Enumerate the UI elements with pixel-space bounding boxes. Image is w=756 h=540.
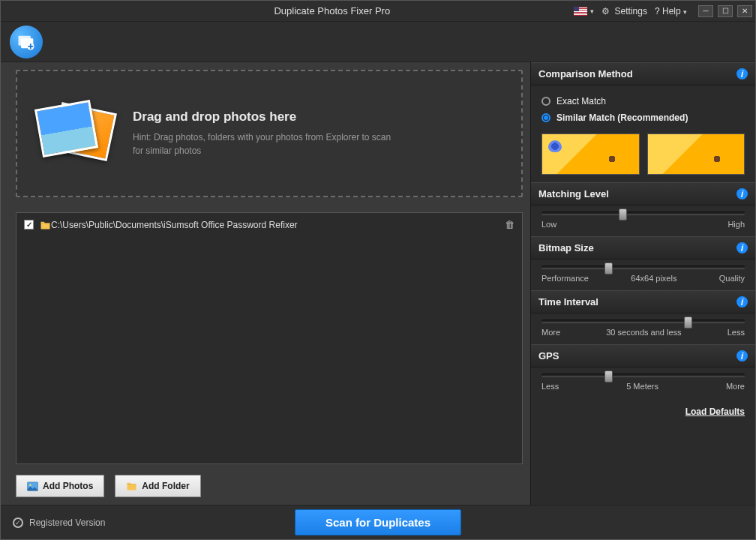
right-pane: Comparison Method i Exact Match Similar … <box>530 62 755 505</box>
settings-link[interactable]: Settings <box>613 6 650 16</box>
time-interval-slider[interactable] <box>542 320 745 323</box>
preview-images <box>542 134 745 175</box>
load-defaults-link[interactable]: Load Defaults <box>686 406 745 417</box>
dropzone-heading: Drag and drop photos here <box>133 110 403 124</box>
bitmap-left-label: Performance <box>542 274 589 283</box>
matching-level-high-label: High <box>728 220 745 229</box>
language-dropdown-arrow-icon[interactable]: ▾ <box>590 8 594 15</box>
main-body: Drag and drop photos here Hint: Drag pho… <box>1 62 755 505</box>
folder-list: C:\Users\Public\Documents\iSumsoft Offic… <box>16 212 523 464</box>
folder-checkbox[interactable] <box>24 220 34 230</box>
dropzone-text: Drag and drop photos here Hint: Drag pho… <box>133 110 403 158</box>
load-defaults-wrap: Load Defaults <box>531 398 755 424</box>
left-pane: Drag and drop photos here Hint: Drag pho… <box>1 62 530 505</box>
add-folder-label: Add Folder <box>142 481 189 491</box>
slider-thumb[interactable] <box>604 370 613 382</box>
matching-level-slider-wrap: Low High <box>531 206 755 236</box>
radio-exact-label: Exact Match <box>556 96 606 106</box>
bitmap-right-label: Quality <box>719 274 745 283</box>
info-icon[interactable]: i <box>736 296 748 308</box>
slider-thumb[interactable] <box>684 316 692 328</box>
registered-status: ✓ Registered Version <box>13 518 105 528</box>
maximize-button[interactable]: ☐ <box>718 5 733 17</box>
matching-level-title: Matching Level <box>538 188 609 200</box>
dropzone[interactable]: Drag and drop photos here Hint: Drag pho… <box>16 70 523 197</box>
comparison-body: Exact Match Similar Match (Recommended) <box>531 86 755 182</box>
info-icon[interactable]: i <box>736 188 748 200</box>
window-title: Duplicate Photos Fixer Pro <box>1 5 574 16</box>
minimize-button[interactable]: ─ <box>698 5 713 17</box>
help-link[interactable]: ? Help ▾ <box>652 6 694 16</box>
add-photos-label: Add Photos <box>43 481 93 491</box>
radio-icon <box>542 113 550 122</box>
image-icon <box>27 482 38 491</box>
comparison-header: Comparison Method i <box>531 62 755 86</box>
bitmap-value-label: 64x64 pixels <box>631 274 676 283</box>
trash-icon[interactable]: 🗑 <box>505 219 514 230</box>
app-window: Duplicate Photos Fixer Pro ▾ ⚙ Settings … <box>0 0 756 540</box>
app-logo-icon <box>10 26 43 58</box>
gps-right-label: More <box>726 382 745 391</box>
gps-slider[interactable] <box>542 374 745 377</box>
gps-title: GPS <box>538 350 559 362</box>
check-circle-icon: ✓ <box>13 518 23 528</box>
time-right-label: Less <box>728 328 745 337</box>
radio-similar-match[interactable]: Similar Match (Recommended) <box>542 110 745 126</box>
scan-button[interactable]: Scan for Duplicates <box>295 509 461 536</box>
radio-similar-label: Similar Match (Recommended) <box>556 112 688 123</box>
registered-label: Registered Version <box>29 518 105 528</box>
footer: ✓ Registered Version Scan for Duplicates <box>1 505 755 539</box>
info-icon[interactable]: i <box>736 242 748 254</box>
dropzone-hint: Hint: Drag photos, folders with your pho… <box>133 130 403 158</box>
gps-left-label: Less <box>542 382 559 391</box>
gear-icon[interactable]: ⚙ <box>602 6 610 16</box>
preview-image-1 <box>542 134 640 175</box>
header <box>1 22 755 62</box>
time-left-label: More <box>542 328 560 337</box>
close-button[interactable]: ✕ <box>737 5 752 17</box>
time-value-label: 30 seconds and less <box>606 328 681 337</box>
add-photos-button[interactable]: Add Photos <box>16 475 104 497</box>
slider-thumb[interactable] <box>604 262 613 274</box>
bottom-buttons: Add Photos Add Folder <box>16 475 523 497</box>
folder-icon <box>126 482 137 490</box>
bitmap-size-slider[interactable] <box>542 266 745 269</box>
photo-stack-icon <box>35 98 118 170</box>
radio-icon <box>542 97 550 106</box>
bitmap-size-slider-wrap: Performance 64x64 pixels Quality <box>531 260 755 290</box>
gps-slider-wrap: Less 5 Meters More <box>531 368 755 398</box>
radio-exact-match[interactable]: Exact Match <box>542 93 745 110</box>
time-interval-slider-wrap: More 30 seconds and less Less <box>531 314 755 344</box>
gps-value-label: 5 Meters <box>626 382 658 391</box>
matching-level-header: Matching Level i <box>531 182 755 206</box>
folder-icon <box>40 220 51 230</box>
preview-image-2 <box>647 134 746 175</box>
info-icon[interactable]: i <box>736 68 748 80</box>
time-interval-title: Time Interval <box>538 296 598 308</box>
svg-point-4 <box>29 484 32 486</box>
bitmap-size-header: Bitmap Size i <box>531 236 755 260</box>
folder-path: C:\Users\Public\Documents\iSumsoft Offic… <box>51 220 298 230</box>
matching-level-low-label: Low <box>542 220 556 229</box>
slider-thumb[interactable] <box>619 208 627 220</box>
time-interval-header: Time Interval i <box>531 290 755 314</box>
bitmap-size-title: Bitmap Size <box>538 242 594 254</box>
add-folder-button[interactable]: Add Folder <box>115 475 200 497</box>
matching-level-slider[interactable] <box>542 212 745 215</box>
help-dropdown-arrow-icon: ▾ <box>683 8 687 16</box>
titlebar: Duplicate Photos Fixer Pro ▾ ⚙ Settings … <box>1 1 755 22</box>
titlebar-controls: ▾ ⚙ Settings ? Help ▾ ─ ☐ ✕ <box>574 5 755 17</box>
folder-row[interactable]: C:\Users\Public\Documents\iSumsoft Offic… <box>16 213 522 236</box>
comparison-title: Comparison Method <box>538 68 633 80</box>
info-icon[interactable]: i <box>736 350 748 362</box>
language-flag-icon[interactable] <box>574 7 587 16</box>
gps-header: GPS i <box>531 344 755 368</box>
